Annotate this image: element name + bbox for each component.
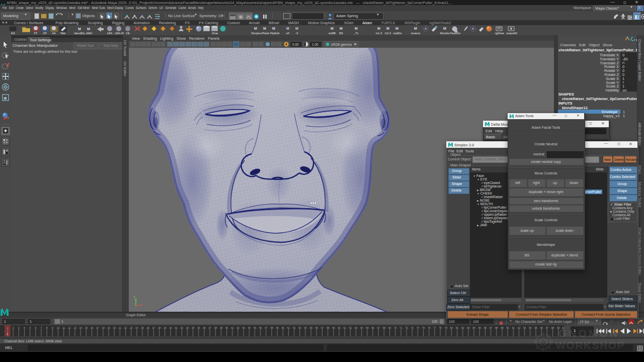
svg-text:61: 61 [343,326,346,329]
svg-text:92: 92 [518,326,521,329]
svg-text:sRGB gamma: sRGB gamma [331,43,352,47]
svg-text:LRA: LRA [107,32,113,35]
svg-text:16: 16 [91,326,94,329]
svg-text:33: 33 [186,326,189,329]
svg-text:86: 86 [484,326,487,329]
svg-text:68: 68 [383,326,386,329]
svg-text:1.00: 1.00 [312,43,318,46]
svg-text:7: 7 [41,326,42,329]
svg-text:56: 56 [315,326,318,329]
svg-text:12: 12 [68,326,71,329]
svg-text:69: 69 [388,326,391,329]
svg-text:rename: rename [411,32,421,35]
svg-text:88: 88 [495,326,498,329]
svg-text:67: 67 [377,326,380,329]
svg-text:59: 59 [332,326,335,329]
svg-text:89: 89 [501,326,504,329]
svg-text:lv2-3: lv2-3 [385,32,391,35]
svg-text:37: 37 [208,326,211,329]
svg-text:24: 24 [135,326,138,329]
svg-text:lv1-3: lv1-3 [376,32,382,35]
svg-text:73: 73 [411,326,414,329]
svg-text:2: 2 [13,326,14,329]
svg-text:outputAll: outputAll [506,32,517,35]
svg-text:42: 42 [236,326,239,329]
svg-text:M: M [78,27,81,31]
svg-text:M: M [295,27,298,30]
svg-text:cMtO: cMtO [86,32,93,35]
svg-text:82: 82 [461,326,464,329]
svg-text:-X: -X [295,32,298,35]
svg-text:64: 64 [360,326,363,329]
svg-text:53: 53 [298,326,301,329]
svg-text:72: 72 [405,326,408,329]
svg-text:21: 21 [119,326,122,329]
svg-text:55: 55 [309,326,312,329]
svg-text:ES: ES [11,32,15,35]
svg-text:87: 87 [490,326,493,329]
svg-text:83: 83 [467,326,470,329]
svg-text:9: 9 [52,326,53,329]
svg-text:1: 1 [7,326,9,329]
svg-text:4: 4 [24,326,25,329]
svg-text:15: 15 [85,326,88,329]
svg-text:29: 29 [164,326,167,329]
svg-text:80: 80 [450,326,453,329]
svg-text:40: 40 [225,326,228,329]
svg-text:Simplex: Simplex [251,32,261,35]
svg-text:6: 6 [35,326,36,329]
svg-text:FT: FT [34,32,38,35]
svg-text:subDiv: subDiv [393,32,402,35]
svg-text:M: M [340,27,343,30]
svg-text:LRA-HI: LRA-HI [115,32,124,35]
svg-text:3: 3 [18,326,20,329]
svg-text:57: 57 [321,326,324,329]
svg-text:5: 5 [29,326,31,329]
svg-text:WORKSHOP: WORKSHOP [555,339,625,351]
svg-text:M: M [414,27,417,30]
svg-text:M: M [443,27,446,30]
svg-text:51: 51 [287,326,290,329]
svg-text:BS: BS [339,32,343,35]
svg-text:M: M [386,27,389,30]
svg-text:39: 39 [220,326,223,329]
svg-text:M: M [395,27,398,30]
svg-text:ATools: ATools [261,32,269,35]
svg-text:Wumbo: Wumbo [440,32,450,35]
svg-text:M: M [286,27,289,30]
svg-text:77: 77 [433,326,436,329]
svg-text:11: 11 [62,326,65,329]
svg-text:8: 8 [46,326,48,329]
svg-text:66: 66 [371,326,374,329]
svg-text:34: 34 [192,326,195,329]
svg-text:M: M [331,27,334,30]
svg-text:44: 44 [248,326,251,329]
svg-text:65: 65 [366,326,369,329]
svg-text:26: 26 [146,326,149,329]
svg-text:49: 49 [276,326,279,329]
svg-text:M: M [254,27,257,30]
svg-text:75: 75 [422,326,425,329]
svg-text:32: 32 [181,326,184,329]
svg-text:23: 23 [130,326,133,329]
svg-text:M: M [377,27,380,30]
svg-text:63: 63 [355,326,358,329]
svg-text:19: 19 [107,326,110,329]
svg-text:14: 14 [79,326,82,329]
svg-text:70: 70 [394,326,397,329]
svg-text:52: 52 [293,326,296,329]
svg-text:sX: sX [286,32,290,35]
svg-text:36: 36 [203,326,206,329]
svg-text:85: 85 [478,326,481,329]
svg-text:81: 81 [456,326,459,329]
svg-text:62: 62 [349,326,352,329]
svg-text:43: 43 [242,326,245,329]
svg-text:48: 48 [270,326,273,329]
svg-text:58: 58 [327,326,330,329]
svg-text:M: M [272,27,275,30]
svg-text:10: 10 [57,326,60,329]
svg-text:22: 22 [124,326,127,329]
svg-text:M: M [87,27,90,31]
svg-text:y: y [134,295,135,298]
svg-text:18: 18 [102,326,105,329]
